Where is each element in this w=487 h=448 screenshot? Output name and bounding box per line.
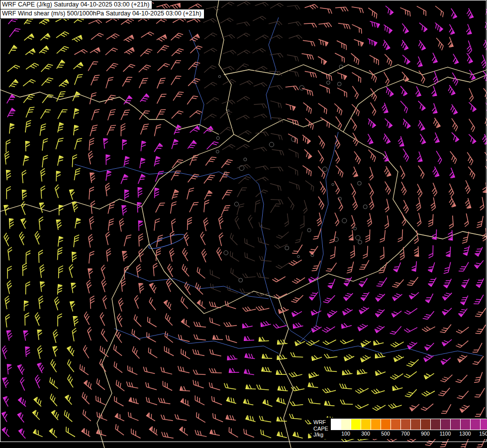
legend-swatch: [390, 419, 401, 430]
legend-swatch: [361, 419, 371, 430]
legend-swatch: [440, 419, 451, 430]
title-wind-shear: WRF Wind shear (m/s) 500/1000hPa Saturda…: [0, 9, 204, 19]
legend-swatch-row: [331, 419, 487, 430]
legend-swatch: [331, 419, 341, 430]
weather-map-stage: WRF CAPE (J/kg) Saturday 04-10-2025 03:0…: [0, 0, 487, 448]
legend-tick-label: 1500: [475, 431, 487, 437]
legend-colorbar: 100300500700900110013001500: [331, 419, 487, 437]
legend-unit-label: J/kg: [313, 432, 328, 438]
title-cape: WRF CAPE (J/kg) Saturday 04-10-2025 03:0…: [0, 0, 152, 10]
legend-meta: WRF CAPE J/kg: [313, 419, 328, 438]
legend-swatch: [341, 419, 351, 430]
legend-swatch: [400, 419, 411, 430]
cape-legend: WRF CAPE J/kg 10030050070090011001300150…: [311, 418, 487, 439]
legend-swatch: [410, 419, 421, 430]
legend-swatch: [430, 419, 441, 430]
legend-swatch: [450, 419, 461, 430]
legend-tick-label: 1100: [435, 431, 455, 437]
legend-tick-label: 500: [376, 431, 395, 437]
legend-tick-label: 1300: [455, 431, 475, 437]
legend-swatch: [470, 419, 481, 430]
legend-tick-label: 700: [395, 431, 415, 437]
legend-tick-row: 100300500700900110013001500: [331, 431, 487, 437]
legend-tick-label: 100: [336, 431, 356, 437]
legend-swatch: [371, 419, 381, 430]
legend-swatch: [351, 419, 361, 430]
weather-map-canvas: [0, 0, 487, 448]
legend-variable-label: CAPE: [313, 426, 328, 432]
legend-swatch: [420, 419, 431, 430]
legend-swatch: [480, 419, 487, 430]
legend-tick-label: 300: [356, 431, 376, 437]
legend-swatch: [460, 419, 471, 430]
legend-swatch: [381, 419, 391, 430]
legend-model-label: WRF: [313, 419, 328, 426]
legend-tick-label: 900: [415, 431, 435, 437]
